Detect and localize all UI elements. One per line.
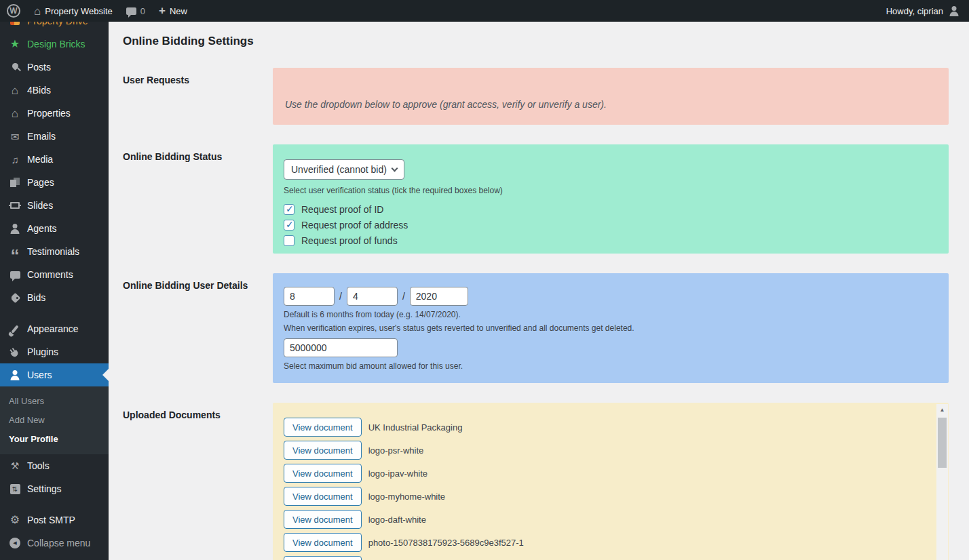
sidebar-item-label: Appearance	[27, 323, 79, 334]
max-bid-help: Select maximum bid amount allowed for th…	[284, 361, 938, 371]
document-name: photo-1507838175923-5689c9e3f527-1	[368, 538, 524, 548]
sidebar-item-agents[interactable]: Agents	[0, 217, 109, 240]
sidebar-item-4bids[interactable]: ⌂ 4Bids	[0, 79, 109, 102]
status-checkbox-list: Request proof of IDRequest proof of addr…	[284, 204, 938, 246]
sidebar-item-media[interactable]: ♫ Media	[0, 148, 109, 171]
sidebar-item-pages[interactable]: Pages	[0, 171, 109, 194]
sidebar-item-label: Settings	[27, 483, 62, 494]
new-content-button[interactable]: + New	[152, 0, 194, 22]
sidebar-item-emails[interactable]: ✉ Emails	[0, 125, 109, 148]
checkbox-row[interactable]: Request proof of ID	[284, 204, 938, 215]
date-separator: /	[402, 291, 405, 302]
sidebar-item-label: Properties	[27, 108, 71, 119]
checkbox-unchecked-icon[interactable]	[284, 235, 294, 246]
sidebar-item-properties[interactable]: ⌂ Properties	[0, 102, 109, 125]
sidebar-item-collapse-menu[interactable]: ◀ Collapse menu	[0, 532, 109, 555]
uploaded-documents-panel: View documentUK Industrial PackagingView…	[273, 403, 949, 560]
sidebar-item-post-smtp[interactable]: ⚙ Post SMTP	[0, 508, 109, 532]
user-requests-label: User Requests	[109, 68, 273, 85]
checkbox-checked-icon[interactable]	[284, 204, 294, 215]
checkbox-label: Request proof of ID	[301, 204, 383, 215]
user-avatar-icon	[949, 6, 960, 16]
view-document-button[interactable]: View document	[284, 510, 362, 529]
sidebar-item-label: Slides	[27, 200, 53, 211]
settings-form: User Requests Use the dropdown below to …	[109, 68, 969, 560]
scrollbar-thumb[interactable]	[938, 418, 947, 468]
view-document-button[interactable]: View document	[284, 418, 362, 437]
comment-bubble-icon	[126, 7, 136, 15]
view-document-button[interactable]: View document	[284, 464, 362, 483]
current-menu-arrow	[102, 369, 109, 381]
uploaded-documents-label: Uploaded Documents	[109, 403, 273, 420]
view-document-button[interactable]: View document	[284, 533, 362, 552]
sidebar-item-settings[interactable]: ⇅ Settings	[0, 477, 109, 500]
document-row: View documentUK Industrial Packaging	[284, 418, 938, 437]
howdy-text: Howdy, ciprian	[886, 6, 943, 16]
admin-bar-left: ⌂ Property Website 0 + New	[0, 0, 194, 22]
user-details-panel: / / Default is 6 months from today (e.g.…	[273, 273, 949, 383]
sidebar-item-label: Plugins	[27, 346, 58, 357]
max-bid-input[interactable]	[284, 338, 398, 357]
menu-separator	[0, 309, 109, 317]
document-list: View documentUK Industrial PackagingView…	[284, 418, 938, 560]
brush-icon	[8, 322, 22, 336]
sidebar-item-property-drive[interactable]: Property Drive	[0, 22, 109, 33]
sidebar-item-label: Users	[27, 369, 52, 380]
quote-icon: “	[8, 245, 22, 258]
expiry-day-input[interactable]	[284, 287, 335, 306]
sidebar-item-tools[interactable]: ⚒ Tools	[0, 454, 109, 477]
person-icon	[8, 368, 22, 382]
admin-bar: ⌂ Property Website 0 + New Howdy, cipria…	[0, 0, 969, 22]
expiry-year-input[interactable]	[410, 287, 468, 306]
scroll-up-arrow[interactable]: ▲	[936, 404, 948, 415]
submenu-item-all-users[interactable]: All Users	[0, 391, 109, 410]
sidebar-item-label: Collapse menu	[27, 538, 90, 548]
document-row: View documentlogo-myhome-white	[284, 487, 938, 506]
document-name: logo-ipav-white	[368, 468, 428, 479]
wordpress-logo-button[interactable]	[0, 0, 27, 22]
sidebar-item-posts[interactable]: Posts	[0, 56, 109, 79]
account-menu[interactable]: Howdy, ciprian	[886, 6, 969, 16]
site-name: Property Website	[45, 6, 112, 16]
sidebar-item-testimonials[interactable]: “ Testimonials	[0, 240, 109, 263]
sidebar-item-bids[interactable]: Bids	[0, 286, 109, 309]
tools-icon: ⚒	[8, 459, 22, 473]
checkbox-row[interactable]: Request proof of address	[284, 220, 938, 231]
sidebar-item-comments[interactable]: Comments	[0, 263, 109, 286]
plug-icon	[8, 345, 22, 359]
sidebar-item-label: Testimonials	[27, 246, 79, 257]
user-requests-row: User Requests Use the dropdown below to …	[109, 68, 949, 125]
site-name-link[interactable]: ⌂ Property Website	[27, 0, 119, 22]
sidebar-item-slides[interactable]: Slides	[0, 194, 109, 217]
documents-scrollbar: ▲	[936, 404, 948, 560]
page-title: Online Bidding Settings	[123, 34, 969, 49]
status-select[interactable]: Unverified (cannot bid)	[284, 159, 404, 180]
sidebar-item-plugins[interactable]: Plugins	[0, 340, 109, 363]
sidebar-item-users[interactable]: Users	[0, 363, 109, 386]
submenu-item-your-profile[interactable]: Your Profile	[0, 429, 109, 448]
submenu-label: Add New	[9, 415, 45, 425]
expiry-date-fields: / /	[284, 287, 938, 306]
checkbox-checked-icon[interactable]	[284, 220, 294, 231]
comments-link[interactable]: 0	[119, 0, 152, 22]
music-note-icon: ♫	[8, 153, 22, 166]
users-submenu: All Users Add New Your Profile	[0, 386, 109, 454]
view-document-button[interactable]: View document	[284, 441, 362, 460]
sidebar-item-label: Agents	[27, 223, 57, 234]
sidebar-item-label: Comments	[27, 269, 73, 280]
main-content: Online Bidding Settings User Requests Us…	[109, 22, 969, 560]
checkbox-label: Request proof of funds	[301, 235, 398, 246]
slides-icon	[8, 199, 22, 212]
sidebar-item-appearance[interactable]: Appearance	[0, 317, 109, 340]
checkbox-row[interactable]: Request proof of funds	[284, 235, 938, 246]
briefcase-icon	[8, 22, 22, 28]
expiry-month-input[interactable]	[347, 287, 398, 306]
view-document-button[interactable]: View document	[284, 487, 362, 506]
home-icon: ⌂	[34, 5, 41, 17]
sidebar-item-label: Media	[27, 154, 53, 165]
sidebar-item-label: Property Drive	[27, 22, 88, 26]
bidding-status-row: Online Bidding Status Unverified (cannot…	[109, 144, 949, 254]
submenu-item-add-new[interactable]: Add New	[0, 410, 109, 429]
sidebar-item-design-bricks[interactable]: ★ Design Bricks	[0, 33, 109, 56]
view-document-button[interactable]: View document	[284, 556, 362, 560]
